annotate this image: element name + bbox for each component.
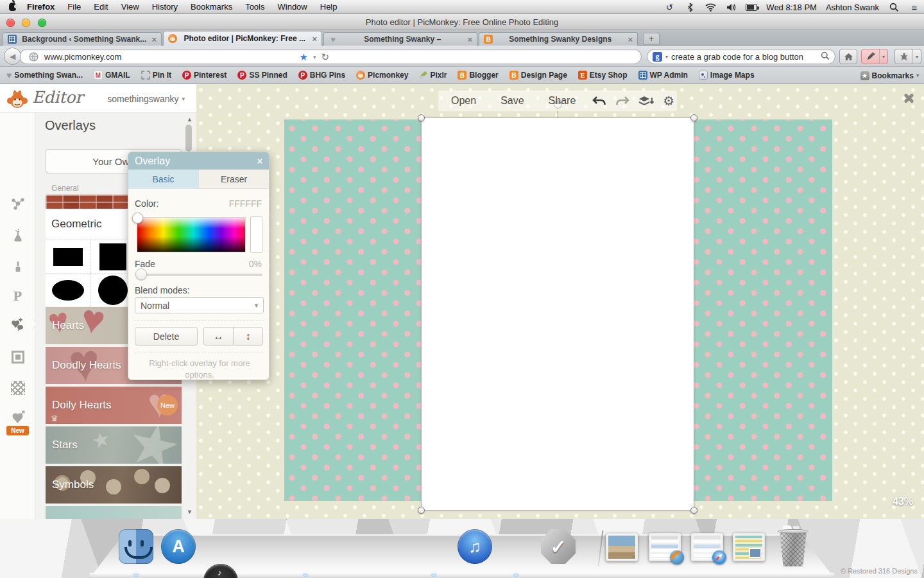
wifi-icon[interactable] — [705, 1, 716, 13]
popup-close-icon[interactable]: × — [257, 156, 262, 166]
menu-window[interactable]: Window — [278, 2, 307, 12]
tab-close-icon[interactable]: × — [151, 35, 157, 44]
close-workspace-icon[interactable] — [902, 92, 914, 104]
bookmark-image-maps[interactable]: Image Maps — [699, 71, 755, 80]
volume-icon[interactable] — [725, 1, 737, 13]
tab-close-icon[interactable]: × — [467, 35, 472, 44]
flip-vertical-button[interactable]: ↕ — [233, 327, 263, 346]
home-button[interactable] — [839, 49, 857, 64]
spotlight-icon[interactable] — [888, 1, 900, 13]
tab-swanky-designs[interactable]: Something Swanky Designs × — [479, 32, 638, 46]
category-partial[interactable] — [46, 506, 182, 519]
category-stars[interactable]: Stars — [46, 426, 182, 464]
popup-header[interactable]: Overlay × — [128, 152, 269, 170]
bookmarks-menu-button[interactable]: ★ Bookmarks ▾ — [860, 67, 919, 84]
new-tab-button[interactable]: + — [643, 33, 660, 45]
basic-edits-icon[interactable] — [0, 197, 35, 212]
menu-firefox[interactable]: Firefox — [27, 2, 55, 12]
time-machine-icon[interactable]: ↺ — [663, 1, 675, 13]
scroll-down-icon[interactable]: ▼ — [187, 509, 193, 515]
apple-menu-icon[interactable] — [5, 3, 19, 11]
account-menu[interactable]: somethingswanky ▾ — [107, 94, 185, 104]
tab-picmonkey-active[interactable]: Photo editor | PicMonkey: Free ... × — [163, 31, 322, 46]
notification-center-icon[interactable]: ≡ — [909, 1, 920, 13]
flip-horizontal-button[interactable]: ↔ — [203, 327, 234, 346]
selected-overlay-rectangle[interactable] — [421, 118, 694, 511]
tab-background-swanky[interactable]: Background ‹ Something Swank... × — [3, 32, 162, 46]
url-dropdown-icon[interactable]: ▾ — [313, 54, 316, 60]
search-magnifier-icon[interactable] — [821, 51, 830, 62]
dock-app-store-icon[interactable] — [161, 529, 196, 564]
share-button[interactable]: Share — [549, 95, 576, 107]
bookmark-etsy-shop[interactable]: Etsy Shop — [578, 71, 628, 80]
color-value[interactable]: FFFFFF — [229, 198, 262, 209]
resize-handle-bottom-right[interactable] — [690, 507, 697, 514]
eyedropper-dropdown-icon[interactable]: ▾ — [879, 49, 887, 64]
menu-tools[interactable]: Tools — [245, 2, 264, 12]
panel-scrollbar-thumb[interactable] — [185, 125, 192, 152]
bookmark-bhg-pins[interactable]: BHG Pins — [298, 71, 345, 80]
shape-ellipse[interactable] — [46, 273, 91, 306]
fade-slider[interactable] — [137, 274, 262, 276]
tab-close-icon[interactable]: × — [312, 35, 317, 43]
dock-minimized-firefox-window[interactable] — [649, 533, 681, 561]
bookmark-design-page[interactable]: Design Page — [509, 71, 567, 80]
shape-rectangle[interactable] — [46, 240, 91, 273]
bookmark-something-swanky[interactable]: ♥Something Swan... — [6, 70, 83, 80]
extension-button[interactable]: ▾ — [894, 49, 921, 64]
picmonkey-logo-icon[interactable] — [5, 87, 30, 114]
frames-tool-icon[interactable] — [0, 351, 35, 363]
redo-icon[interactable] — [615, 96, 629, 106]
layer-order-icon[interactable] — [638, 95, 654, 107]
save-button[interactable]: Save — [501, 95, 524, 107]
search-engine-dropdown-icon[interactable]: ▾ — [665, 54, 668, 60]
menu-file[interactable]: File — [67, 2, 81, 12]
dock-itunes-icon[interactable]: ♫ — [458, 529, 492, 564]
bookmark-picmonkey[interactable]: Picmonkey — [356, 71, 408, 80]
dock-minimized-design-window[interactable] — [733, 533, 765, 561]
blend-mode-select[interactable]: Normal ▾ — [135, 297, 264, 313]
bookmark-ss-pinned[interactable]: SS Pinned — [237, 71, 287, 80]
settings-gear-icon[interactable]: ⚙ — [663, 93, 674, 109]
bookmark-pin-it[interactable]: Pin It — [141, 71, 171, 80]
menu-help[interactable]: Help — [320, 2, 338, 12]
resize-handle-top-right[interactable] — [690, 114, 697, 121]
colorzilla-eyedropper-button[interactable]: ▾ — [861, 49, 888, 64]
bookmark-blogger[interactable]: Blogger — [458, 71, 498, 80]
color-spectrum-picker[interactable] — [137, 217, 246, 252]
tab-close-icon[interactable]: × — [628, 35, 633, 44]
category-symbols[interactable]: Symbols — [46, 466, 182, 504]
fade-slider-handle[interactable] — [135, 268, 147, 280]
bookmark-star-icon[interactable]: ★ — [299, 51, 307, 63]
scroll-up-icon[interactable]: ▲ — [187, 116, 193, 123]
dock-finder-icon[interactable] — [119, 529, 153, 564]
bookmark-pinterest[interactable]: Pinterest — [182, 71, 227, 80]
menubar-user[interactable]: Ashton Swank — [826, 3, 879, 12]
extension-dropdown-icon[interactable]: ▾ — [912, 49, 921, 64]
menu-bookmarks[interactable]: Bookmarks — [191, 2, 232, 12]
category-doily-hearts[interactable]: Doily Hearts New ♛ — [46, 387, 182, 424]
menu-view[interactable]: View — [121, 2, 139, 12]
bookmark-pixlr[interactable]: Pixlr — [419, 71, 447, 80]
resize-handle-top-left[interactable] — [418, 114, 425, 121]
touch-up-lipstick-icon[interactable] — [0, 259, 35, 274]
tab-eraser[interactable]: Eraser — [198, 170, 269, 189]
spectrum-handle[interactable] — [132, 213, 143, 223]
menu-history[interactable]: History — [152, 2, 178, 12]
tab-something-swanky[interactable]: ♥ Something Swanky – × — [323, 32, 477, 46]
reload-icon[interactable]: ↻ — [321, 51, 329, 63]
effects-flask-icon[interactable] — [0, 229, 35, 244]
bluetooth-icon[interactable] — [684, 1, 696, 13]
color-value-slider[interactable] — [250, 216, 262, 253]
dock-minimized-photo-window[interactable] — [606, 533, 638, 561]
bookmark-gmail[interactable]: GMAIL — [94, 71, 130, 80]
tab-basic[interactable]: Basic — [128, 170, 198, 189]
menu-edit[interactable]: Edit — [94, 2, 108, 12]
resize-handle-bottom-left[interactable] — [418, 507, 425, 514]
open-button[interactable]: Open — [451, 95, 476, 107]
url-bar[interactable]: www.picmonkey.com ★ ▾ ↻ — [19, 49, 642, 64]
dock-minimized-safari-window[interactable] — [691, 533, 723, 561]
undo-icon[interactable] — [592, 96, 606, 106]
delete-button[interactable]: Delete — [135, 327, 198, 346]
overlays-tool-icon[interactable] — [0, 317, 35, 332]
